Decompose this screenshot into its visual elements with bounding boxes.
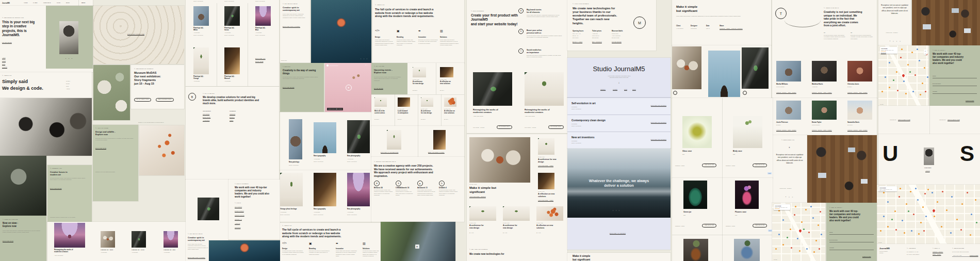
teal-carousel-dots[interactable]: ◦ ◦ ◦ [361, 58, 368, 60]
newtech-col1-link[interactable]: BOOK A VISIT [573, 41, 582, 43]
leftshop-card-2-name[interactable]: Flamingo (w) - Green [132, 249, 152, 251]
event-r1c1-title[interactable]: A conference for new design [413, 81, 423, 85]
bframe-link-brand-identity[interactable]: Brand identity [203, 117, 210, 118]
bframe-link-behance[interactable]: Behance [230, 117, 235, 118]
bframe-link-web-design[interactable]: Web design [203, 113, 209, 115]
portfolio-r2-title-1[interactable]: Vintage photo heritage [280, 208, 297, 210]
case-share-links[interactable]: Facebook · Twitter · Pinterest · Behance [720, 28, 743, 29]
studio-link-social[interactable]: Social [632, 89, 636, 90]
map-directions-link[interactable]: Directions [881, 52, 896, 53]
name-field[interactable]: Name [933, 75, 977, 78]
contact1-subscribe-button[interactable]: SUBSCRIBE [966, 100, 974, 102]
member-2-socials[interactable]: Instagram · Behance · Twitter · Dribbble [812, 92, 832, 93]
product-4-crumb[interactable]: Candles / Vases [726, 225, 735, 227]
bframe-link-instagram[interactable]: Instagram [230, 113, 235, 115]
event-r2c2-title[interactable]: Look forward in anticipation [398, 110, 408, 115]
about-us-link[interactable]: About us [925, 170, 930, 171]
map-view-small[interactable]: JournalM5 123 W 45th St, New York ★★★★★ … [772, 203, 825, 261]
featured-1-title[interactable]: Reimagining the works of modernist creat… [473, 108, 498, 113]
blog-side-2-title[interactable]: A reflection on new solutions [538, 193, 554, 198]
play-icon[interactable]: ▶ [346, 85, 352, 91]
featured-2-title[interactable]: Reimagining the works of modernist creat… [525, 108, 550, 113]
cover-explore-link[interactable]: EXPLORE MORE [283, 87, 295, 88]
product-4-add-to-cart-button[interactable]: ADD TO CART [753, 224, 767, 227]
product-2-crumb[interactable]: Candles / Vases [726, 165, 735, 167]
newtech-col3-link[interactable]: LEARN MORE [612, 41, 622, 43]
partner-link-4[interactable]: Interface 4.0 [235, 219, 242, 220]
bframe-link-twitter[interactable]: Twitter [230, 120, 233, 121]
gallery-link-1[interactable]: EXPLORE ALL EXHIBITIONS [381, 152, 398, 153]
zoom-out-button[interactable]: − [924, 52, 927, 55]
map-view-large[interactable]: JournalM5 123 W 45th St, New York 120 re… [877, 185, 980, 244]
quote2-dots[interactable]: • ○ ○ ○ [890, 40, 902, 42]
nav-item-blog[interactable]: BLOG [66, 2, 70, 4]
product-1-name[interactable]: Glass vase [682, 150, 692, 152]
share-icon[interactable]: ↗ ⋮ [365, 64, 368, 66]
spirit-gallery-link[interactable]: EXPLORE THE GALLERY [283, 26, 300, 27]
project-1-link[interactable]: EXPLORE THE PROJECT [651, 105, 666, 106]
portfolio-r1-title-1[interactable]: New paintings [289, 161, 299, 164]
project-2-title[interactable]: Contemporary clean design [571, 119, 606, 122]
product-3-name[interactable]: Green jar [683, 211, 691, 213]
studio-link-website[interactable]: Website [613, 89, 617, 90]
leftshop-card-3-name[interactable]: Flamingo (w) - Blue [164, 249, 184, 251]
project-3-link[interactable]: EXPLORE THE PROJECT [651, 139, 666, 140]
hero-link-about[interactable]: About [2, 57, 6, 59]
blog-side-1-cats[interactable]: ARCHITECTURE · VIDEO [538, 165, 553, 166]
featured-2-explore-button[interactable]: EXPLORE NOW [548, 125, 564, 129]
museum-plan-visit-button[interactable]: PLAN YOUR VISIT [134, 98, 151, 102]
menu-button[interactable]: MENU [81, 2, 85, 4]
studio-link-tools[interactable]: Tools [624, 89, 627, 90]
watch-on-youtube-button[interactable]: Watch promo on ▶ YouTube [327, 108, 343, 110]
map2-main-pin[interactable] [932, 209, 936, 213]
event-r2c4-title[interactable]: A reflection on new solutions [444, 110, 455, 115]
hero-link-works[interactable]: Works [2, 60, 6, 62]
shop-card-4-name[interactable]: Flamingo (w) - Orange [193, 76, 204, 80]
nav-item-home[interactable]: HOME [24, 2, 28, 4]
blog-side-2-cats[interactable]: ARCHITECTURE · VIDEO [538, 200, 553, 201]
portfolio-r1-title-3[interactable]: New photography [347, 155, 360, 157]
product-4-name[interactable]: Flowers vase [735, 211, 746, 213]
gallery-link-2[interactable]: MEET THE NEW GALLERY [428, 152, 445, 153]
shop-shop-now-link[interactable]: SHOP NOW [255, 61, 263, 62]
project-1-title[interactable]: Self-evolution in art [571, 102, 596, 105]
shop-card-3-name[interactable]: Flamingo (w) - Blue [255, 27, 266, 31]
studio-link-category[interactable]: Category [600, 89, 606, 90]
nav-item-portfolio[interactable]: PORTFOLIO [43, 2, 51, 4]
partner-link-3[interactable]: National projects [235, 215, 244, 216]
events-show-more-link[interactable]: SHOW MORE [374, 88, 383, 89]
explore-all-works-link[interactable]: EXPLORE ALL WORKS [610, 233, 626, 234]
member-1-socials[interactable]: Instagram · Behance · Twitter · Dribbble [776, 92, 796, 93]
shop-card-5-name[interactable]: Flamingo (w) - Maroon [224, 76, 235, 80]
member-6-socials[interactable]: Instagram · Behance · Twitter · Dribbble [847, 129, 868, 130]
hero-learn-more-link[interactable]: LEARN MORE [2, 42, 12, 43]
rope-discover-link[interactable]: DISCOVER JOURNALM5 [127, 34, 144, 35]
event-r2c1-title[interactable]: Meet all of the current artists [374, 110, 385, 115]
project-3-title[interactable]: New art inventions [571, 136, 594, 139]
email-field[interactable]: Express Email [829, 239, 874, 242]
email-field[interactable]: Express Email [933, 83, 977, 86]
leftshop-card-1-name[interactable]: Flamingo (w) - White [101, 249, 121, 251]
map-main-pin[interactable] [902, 74, 905, 77]
down-arrow-icon[interactable]: ↓ [567, 81, 671, 84]
product-3-add-to-cart-button[interactable]: ADD TO CART [702, 224, 716, 227]
portfolio-r2-title-3[interactable]: New photography [347, 208, 360, 210]
logo[interactable]: JournalM5 [2, 2, 10, 4]
website-field[interactable]: Website [829, 247, 874, 250]
blog-side-1-title[interactable]: A conference for new design [538, 158, 556, 163]
partner-link-5[interactable]: About Us [235, 223, 240, 224]
shop-explore-all-link[interactable]: EXPLORE ALL [255, 58, 266, 59]
footer-subscribe-button[interactable]: SUBSCRIBE [970, 255, 978, 256]
wildlife-explore-link[interactable]: EXPLORE NOW [95, 148, 106, 149]
testimonial-dots[interactable]: • ○ ○ [786, 196, 794, 198]
hero-link-team[interactable]: Team [2, 63, 5, 65]
arrow-icon[interactable]: → [743, 91, 747, 95]
forces-explore-link[interactable]: EXPLORE MORE [50, 188, 62, 189]
mountain-carousel-dots[interactable]: ◦ ◦ ◦ [613, 209, 620, 211]
project-2-link[interactable]: EXPLORE THE PROJECT [651, 122, 666, 123]
map-zoom-controls[interactable]: + − [924, 50, 927, 55]
product-1-crumb[interactable]: Candles / Vases [675, 165, 684, 167]
partner-link-2[interactable]: Design systems [235, 210, 244, 212]
blog-card-2-title[interactable]: A conference for new design [503, 224, 517, 229]
footer-social-1[interactable]: Instagram · Behance [933, 251, 943, 252]
